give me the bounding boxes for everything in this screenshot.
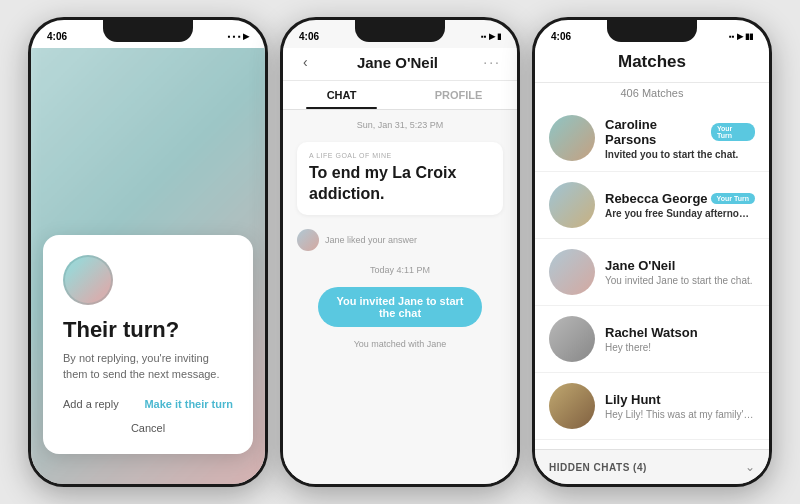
match-item[interactable]: Jane O'Neil You invited Jane to start th… (535, 239, 769, 306)
their-turn-modal: Their turn? By not replying, you're invi… (43, 235, 253, 454)
tab-chat[interactable]: CHAT (283, 81, 400, 109)
match-info-lily: Lily Hunt Hey Lily! This was at my famil… (605, 392, 755, 420)
match-item[interactable]: Lily Hunt Hey Lily! This was at my famil… (535, 373, 769, 440)
modal-desc: By not replying, you're inviting them to… (63, 351, 233, 382)
match-avatar-caroline (549, 115, 595, 161)
matches-header: Matches (535, 48, 769, 83)
time-3: 4:06 (551, 31, 571, 42)
match-name-caroline: Caroline Parsons (605, 117, 711, 147)
match-preview-rebecca: Are you free Sunday afternoon? (605, 208, 755, 219)
match-item[interactable]: Caroline Parsons Your Turn Invited you t… (535, 105, 769, 172)
phone-1: 4:06 ▪ ▪ ▪ ▶ Their turn? By not replying… (28, 17, 268, 487)
chat-date: Sun, Jan 31, 5:23 PM (297, 120, 503, 130)
chat-life-goal-card: A LIFE GOAL OF MINE To end my La Croix a… (297, 142, 503, 215)
chat-tabs: CHAT PROFILE (283, 81, 517, 110)
your-turn-badge-caroline: Your Turn (711, 123, 755, 141)
card-sublabel: A LIFE GOAL OF MINE (309, 152, 491, 159)
tab-profile[interactable]: PROFILE (400, 81, 517, 109)
phone-3: 4:06 ▪▪ ▶ ▮▮ Matches 406 Matches Carolin… (532, 17, 772, 487)
chat-time: Today 4:11 PM (297, 265, 503, 275)
status-icons-3: ▪▪ ▶ ▮▮ (729, 32, 753, 41)
match-name-row-rachel: Rachel Watson (605, 325, 755, 340)
match-item[interactable]: Rachel Watson Hey there! (535, 306, 769, 373)
chat-messages: Sun, Jan 31, 5:23 PM A LIFE GOAL OF MINE… (283, 110, 517, 484)
match-name-rebecca: Rebecca George (605, 191, 708, 206)
modal-cancel[interactable]: Cancel (63, 418, 233, 438)
chat-header: ‹ Jane O'Neil ··· (283, 48, 517, 81)
match-item[interactable]: Rebecca George Your Turn Are you free Su… (535, 172, 769, 239)
liked-text: Jane liked your answer (325, 235, 417, 245)
notch-2 (355, 20, 445, 42)
match-name-rachel: Rachel Watson (605, 325, 698, 340)
invited-bubble: You invited Jane to start the chat (318, 287, 483, 327)
match-info-caroline: Caroline Parsons Your Turn Invited you t… (605, 117, 755, 160)
match-avatar-jane (549, 249, 595, 295)
notch-1 (103, 20, 193, 42)
modal-actions: Add a reply Make it their turn (63, 398, 233, 410)
phone1-content: Their turn? By not replying, you're invi… (31, 48, 265, 484)
add-reply-button[interactable]: Add a reply (63, 398, 119, 410)
match-preview-lily: Hey Lily! This was at my family's beac..… (605, 409, 755, 420)
hidden-chats-label: HIDDEN CHATS (4) (549, 462, 647, 473)
match-info-jane: Jane O'Neil You invited Jane to start th… (605, 258, 755, 286)
more-options-button[interactable]: ··· (483, 54, 501, 70)
match-avatar-lily (549, 383, 595, 429)
time-1: 4:06 (47, 31, 67, 42)
match-preview-caroline: Invited you to start the chat. (605, 149, 755, 160)
notch-3 (607, 20, 697, 42)
card-text: To end my La Croix addiction. (309, 163, 491, 205)
modal-avatar-inner (65, 257, 111, 303)
match-info-rachel: Rachel Watson Hey there! (605, 325, 755, 353)
time-2: 4:06 (299, 31, 319, 42)
match-name-jane: Jane O'Neil (605, 258, 675, 273)
chat-bubble-row: You invited Jane to start the chat (297, 287, 503, 327)
phone-2: 4:06 ▪▪ ▶ ▮ ‹ Jane O'Neil ··· CHAT PROFI… (280, 17, 520, 487)
match-name-lily: Lily Hunt (605, 392, 661, 407)
match-name-row-caroline: Caroline Parsons Your Turn (605, 117, 755, 147)
hidden-chats-bar[interactable]: HIDDEN CHATS (4) ⌄ (535, 449, 769, 484)
make-their-turn-button[interactable]: Make it their turn (144, 398, 233, 410)
match-preview-rachel: Hey there! (605, 342, 755, 353)
matches-count: 406 Matches (535, 83, 769, 105)
chat-avatar-small (297, 229, 319, 251)
match-preview-jane: You invited Jane to start the chat. (605, 275, 755, 286)
modal-title: Their turn? (63, 317, 233, 343)
match-avatar-rachel (549, 316, 595, 362)
chevron-down-icon: ⌄ (745, 460, 755, 474)
match-avatar-rebecca (549, 182, 595, 228)
match-name-row-lily: Lily Hunt (605, 392, 755, 407)
match-info-rebecca: Rebecca George Your Turn Are you free Su… (605, 191, 755, 219)
status-icons-2: ▪▪ ▶ ▮ (481, 32, 501, 41)
match-name-row-rebecca: Rebecca George Your Turn (605, 191, 755, 206)
back-button[interactable]: ‹ (299, 52, 312, 72)
status-icons-1: ▪ ▪ ▪ ▶ (228, 32, 249, 41)
matches-list: Caroline Parsons Your Turn Invited you t… (535, 105, 769, 449)
matches-title: Matches (571, 52, 733, 72)
matched-text: You matched with Jane (297, 339, 503, 349)
match-name-row-jane: Jane O'Neil (605, 258, 755, 273)
chat-liked-row: Jane liked your answer (297, 229, 503, 251)
your-turn-badge-rebecca: Your Turn (711, 193, 755, 204)
modal-avatar (63, 255, 113, 305)
chat-contact-name: Jane O'Neil (312, 54, 484, 71)
